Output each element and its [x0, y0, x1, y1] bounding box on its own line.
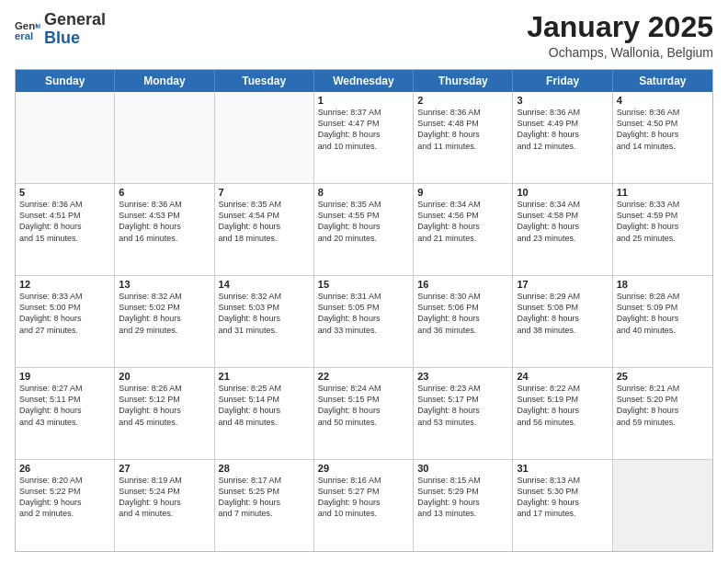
calendar-cell: 26Sunrise: 8:20 AM Sunset: 5:22 PM Dayli… — [16, 460, 115, 551]
cell-text: Sunrise: 8:17 AM Sunset: 5:25 PM Dayligh… — [219, 475, 310, 520]
day-number: 17 — [517, 279, 608, 290]
calendar-cell: 25Sunrise: 8:21 AM Sunset: 5:20 PM Dayli… — [613, 368, 712, 459]
day-number: 22 — [318, 371, 409, 382]
calendar-header-row: SundayMondayTuesdayWednesdayThursdayFrid… — [16, 70, 712, 92]
cell-text: Sunrise: 8:19 AM Sunset: 5:24 PM Dayligh… — [119, 475, 210, 520]
calendar-cell — [215, 92, 314, 183]
calendar-cell: 27Sunrise: 8:19 AM Sunset: 5:24 PM Dayli… — [115, 460, 214, 551]
calendar-cell: 29Sunrise: 8:16 AM Sunset: 5:27 PM Dayli… — [314, 460, 414, 551]
calendar-row-2: 12Sunrise: 8:33 AM Sunset: 5:00 PM Dayli… — [16, 275, 712, 367]
calendar-row-0: 1Sunrise: 8:37 AM Sunset: 4:47 PM Daylig… — [16, 92, 712, 183]
calendar-cell: 7Sunrise: 8:35 AM Sunset: 4:54 PM Daylig… — [215, 184, 314, 275]
cell-text: Sunrise: 8:22 AM Sunset: 5:19 PM Dayligh… — [517, 383, 608, 428]
calendar-cell: 23Sunrise: 8:23 AM Sunset: 5:17 PM Dayli… — [414, 368, 513, 459]
cell-text: Sunrise: 8:21 AM Sunset: 5:20 PM Dayligh… — [617, 383, 709, 428]
day-number: 21 — [219, 371, 310, 382]
cell-text: Sunrise: 8:20 AM Sunset: 5:22 PM Dayligh… — [19, 475, 110, 520]
day-number: 13 — [119, 279, 210, 290]
page: Gen eral General Blue January 2025 Ocham… — [0, 0, 728, 563]
logo-icon: Gen eral — [15, 17, 40, 42]
calendar-cell: 20Sunrise: 8:26 AM Sunset: 5:12 PM Dayli… — [115, 368, 214, 459]
logo-text: General Blue — [44, 11, 106, 48]
day-number: 4 — [617, 95, 709, 106]
title-block: January 2025 Ochamps, Wallonia, Belgium — [527, 11, 713, 60]
day-number: 29 — [318, 463, 409, 474]
calendar-cell: 24Sunrise: 8:22 AM Sunset: 5:19 PM Dayli… — [513, 368, 612, 459]
cell-text: Sunrise: 8:37 AM Sunset: 4:47 PM Dayligh… — [318, 107, 409, 152]
weekday-header-sunday: Sunday — [16, 70, 115, 92]
day-number: 19 — [19, 371, 110, 382]
cell-text: Sunrise: 8:26 AM Sunset: 5:12 PM Dayligh… — [119, 383, 210, 428]
day-number: 15 — [318, 279, 409, 290]
calendar-cell: 18Sunrise: 8:28 AM Sunset: 5:09 PM Dayli… — [613, 276, 712, 367]
svg-text:eral: eral — [15, 29, 33, 40]
day-number: 27 — [119, 463, 210, 474]
calendar-cell: 28Sunrise: 8:17 AM Sunset: 5:25 PM Dayli… — [215, 460, 314, 551]
month-title: January 2025 — [527, 11, 713, 43]
day-number: 10 — [517, 187, 608, 198]
cell-text: Sunrise: 8:34 AM Sunset: 4:58 PM Dayligh… — [517, 199, 608, 244]
cell-text: Sunrise: 8:34 AM Sunset: 4:56 PM Dayligh… — [417, 199, 508, 244]
day-number: 5 — [19, 187, 110, 198]
day-number: 2 — [417, 95, 508, 106]
cell-text: Sunrise: 8:36 AM Sunset: 4:48 PM Dayligh… — [417, 107, 508, 152]
calendar: SundayMondayTuesdayWednesdayThursdayFrid… — [15, 69, 713, 552]
calendar-body: 1Sunrise: 8:37 AM Sunset: 4:47 PM Daylig… — [16, 92, 712, 551]
weekday-header-thursday: Thursday — [414, 70, 513, 92]
cell-text: Sunrise: 8:33 AM Sunset: 5:00 PM Dayligh… — [19, 291, 110, 336]
day-number: 18 — [617, 279, 709, 290]
cell-text: Sunrise: 8:32 AM Sunset: 5:03 PM Dayligh… — [219, 291, 310, 336]
calendar-cell: 30Sunrise: 8:15 AM Sunset: 5:29 PM Dayli… — [414, 460, 513, 551]
day-number: 16 — [417, 279, 508, 290]
calendar-cell: 3Sunrise: 8:36 AM Sunset: 4:49 PM Daylig… — [513, 92, 612, 183]
calendar-cell: 11Sunrise: 8:33 AM Sunset: 4:59 PM Dayli… — [613, 184, 712, 275]
calendar-row-1: 5Sunrise: 8:36 AM Sunset: 4:51 PM Daylig… — [16, 183, 712, 275]
calendar-cell: 1Sunrise: 8:37 AM Sunset: 4:47 PM Daylig… — [314, 92, 414, 183]
cell-text: Sunrise: 8:28 AM Sunset: 5:09 PM Dayligh… — [617, 291, 709, 336]
calendar-cell: 22Sunrise: 8:24 AM Sunset: 5:15 PM Dayli… — [314, 368, 414, 459]
cell-text: Sunrise: 8:35 AM Sunset: 4:55 PM Dayligh… — [318, 199, 409, 244]
weekday-header-wednesday: Wednesday — [314, 70, 414, 92]
calendar-cell: 31Sunrise: 8:13 AM Sunset: 5:30 PM Dayli… — [513, 460, 612, 551]
cell-text: Sunrise: 8:32 AM Sunset: 5:02 PM Dayligh… — [119, 291, 210, 336]
calendar-cell: 13Sunrise: 8:32 AM Sunset: 5:02 PM Dayli… — [115, 276, 214, 367]
calendar-cell: 12Sunrise: 8:33 AM Sunset: 5:00 PM Dayli… — [16, 276, 115, 367]
day-number: 30 — [417, 463, 508, 474]
calendar-cell: 17Sunrise: 8:29 AM Sunset: 5:08 PM Dayli… — [513, 276, 612, 367]
cell-text: Sunrise: 8:13 AM Sunset: 5:30 PM Dayligh… — [517, 475, 608, 520]
logo-general-text: General — [44, 10, 106, 29]
calendar-cell: 10Sunrise: 8:34 AM Sunset: 4:58 PM Dayli… — [513, 184, 612, 275]
cell-text: Sunrise: 8:29 AM Sunset: 5:08 PM Dayligh… — [517, 291, 608, 336]
day-number: 1 — [318, 95, 409, 106]
cell-text: Sunrise: 8:36 AM Sunset: 4:53 PM Dayligh… — [119, 199, 210, 244]
day-number: 8 — [318, 187, 409, 198]
cell-text: Sunrise: 8:15 AM Sunset: 5:29 PM Dayligh… — [417, 475, 508, 520]
cell-text: Sunrise: 8:23 AM Sunset: 5:17 PM Dayligh… — [417, 383, 508, 428]
calendar-cell: 15Sunrise: 8:31 AM Sunset: 5:05 PM Dayli… — [314, 276, 414, 367]
day-number: 3 — [517, 95, 608, 106]
day-number: 12 — [19, 279, 110, 290]
weekday-header-tuesday: Tuesday — [215, 70, 314, 92]
calendar-cell: 16Sunrise: 8:30 AM Sunset: 5:06 PM Dayli… — [414, 276, 513, 367]
day-number: 14 — [219, 279, 310, 290]
calendar-cell: 14Sunrise: 8:32 AM Sunset: 5:03 PM Dayli… — [215, 276, 314, 367]
cell-text: Sunrise: 8:16 AM Sunset: 5:27 PM Dayligh… — [318, 475, 409, 520]
weekday-header-saturday: Saturday — [613, 70, 712, 92]
weekday-header-friday: Friday — [513, 70, 612, 92]
cell-text: Sunrise: 8:31 AM Sunset: 5:05 PM Dayligh… — [318, 291, 409, 336]
location: Ochamps, Wallonia, Belgium — [527, 45, 713, 60]
calendar-cell: 6Sunrise: 8:36 AM Sunset: 4:53 PM Daylig… — [115, 184, 214, 275]
cell-text: Sunrise: 8:36 AM Sunset: 4:51 PM Dayligh… — [19, 199, 110, 244]
calendar-row-3: 19Sunrise: 8:27 AM Sunset: 5:11 PM Dayli… — [16, 367, 712, 459]
cell-text: Sunrise: 8:35 AM Sunset: 4:54 PM Dayligh… — [219, 199, 310, 244]
calendar-cell: 8Sunrise: 8:35 AM Sunset: 4:55 PM Daylig… — [314, 184, 414, 275]
cell-text: Sunrise: 8:27 AM Sunset: 5:11 PM Dayligh… — [19, 383, 110, 428]
calendar-cell — [613, 460, 712, 551]
day-number: 23 — [417, 371, 508, 382]
calendar-cell: 21Sunrise: 8:25 AM Sunset: 5:14 PM Dayli… — [215, 368, 314, 459]
calendar-row-4: 26Sunrise: 8:20 AM Sunset: 5:22 PM Dayli… — [16, 459, 712, 551]
day-number: 11 — [617, 187, 709, 198]
header: Gen eral General Blue January 2025 Ocham… — [15, 11, 713, 60]
calendar-cell: 5Sunrise: 8:36 AM Sunset: 4:51 PM Daylig… — [16, 184, 115, 275]
calendar-cell: 2Sunrise: 8:36 AM Sunset: 4:48 PM Daylig… — [414, 92, 513, 183]
